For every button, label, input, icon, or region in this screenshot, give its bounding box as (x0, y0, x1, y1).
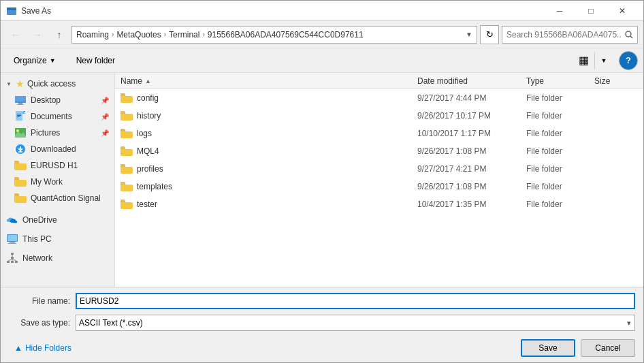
hide-folders-row[interactable]: ▲ Hide Folders (9, 342, 77, 354)
sidebar-item-desktop[interactable]: Desktop 📌 (1, 92, 114, 108)
file-name-text: tester (137, 200, 157, 209)
folder-icon (120, 111, 133, 121)
svg-rect-24 (8, 243, 16, 244)
back-button[interactable]: ← (6, 25, 25, 44)
sidebar-item-onedrive[interactable]: OneDrive (1, 212, 114, 228)
new-folder-label: New folder (76, 56, 115, 65)
path-arrow-1: › (112, 31, 114, 38)
downloaded-icon (14, 143, 27, 155)
sidebar-item-downloaded[interactable]: Downloaded (1, 141, 114, 157)
svg-point-15 (16, 129, 19, 132)
file-name-text: logs (137, 129, 152, 138)
file-date-cell: 9/27/2017 4:44 PM (412, 93, 521, 103)
file-name-text: templates (137, 182, 172, 191)
forward-button[interactable]: → (28, 25, 47, 44)
file-name-cell: config (115, 93, 412, 103)
svg-point-2 (626, 31, 631, 37)
save-as-dialog: Save As ─ □ ✕ ← → ↑ Roaming › MetaQuotes… (0, 0, 644, 363)
table-row[interactable]: templates 9/26/2017 1:08 PM File folder (115, 178, 643, 195)
up-button[interactable]: ↑ (50, 25, 69, 44)
view-toggle-button[interactable]: ▦ (574, 52, 593, 69)
sidebar-quickaccess-header[interactable]: ▼ ★ Quick access (1, 76, 114, 92)
table-row[interactable]: MQL4 9/26/2017 1:08 PM File folder (115, 142, 643, 160)
col-size-label: Size (594, 76, 610, 86)
filename-input[interactable] (76, 293, 635, 309)
search-input[interactable] (506, 30, 622, 40)
refresh-button[interactable]: ↻ (480, 25, 499, 44)
svg-rect-28 (11, 261, 14, 263)
search-box (502, 26, 638, 44)
action-row: ▲ Hide Folders Save Cancel (9, 336, 635, 357)
downloaded-label: Downloaded (31, 144, 76, 154)
svg-rect-11 (17, 115, 21, 116)
svg-rect-27 (7, 261, 10, 263)
file-name-cell: templates (115, 182, 412, 191)
file-name-text: config (137, 93, 159, 103)
file-date-cell: 9/27/2017 4:21 PM (412, 164, 521, 174)
col-type-label: Type (526, 76, 544, 86)
sidebar-item-documents[interactable]: Documents 📌 (1, 108, 114, 125)
col-name-header[interactable]: Name ▲ (115, 76, 412, 86)
sidebar-item-network[interactable]: Network (1, 250, 114, 266)
save-button[interactable]: Save (521, 339, 575, 357)
pin-desktop-icon: 📌 (101, 97, 109, 104)
file-rows-container: config 9/27/2017 4:44 PM File folder his… (115, 89, 643, 213)
table-row[interactable]: profiles 9/27/2017 4:21 PM File folder (115, 160, 643, 178)
address-bar: ← → ↑ Roaming › MetaQuotes › Terminal › … (1, 21, 643, 48)
pictures-icon (14, 127, 27, 139)
title-bar: Save As ─ □ ✕ (1, 1, 643, 21)
file-name-cell: profiles (115, 164, 412, 174)
view-dropdown-button[interactable]: ▼ (594, 52, 613, 69)
sidebar-item-quantaction[interactable]: QuantAction Signal (1, 190, 114, 206)
svg-rect-23 (10, 242, 15, 243)
path-metaquotes: MetaQuotes (116, 30, 161, 40)
path-arrow-3: › (202, 31, 204, 38)
pictures-label: Pictures (31, 128, 60, 138)
path-dropdown-icon: ▼ (466, 31, 472, 38)
svg-rect-22 (7, 235, 17, 241)
sidebar: ▼ ★ Quick access Desktop 📌 Documents 📌 (1, 73, 115, 287)
folder-icon (120, 129, 133, 138)
svg-rect-10 (17, 114, 21, 114)
savetype-select[interactable]: ASCII Text (*.csv) CSV Files (*.csv) All… (76, 315, 635, 331)
file-date-cell: 10/10/2017 1:17 PM (412, 129, 521, 138)
mywork-label: My Work (31, 177, 63, 187)
sidebar-item-thispc[interactable]: This PC (1, 231, 114, 247)
table-row[interactable]: config 9/27/2017 4:44 PM File folder (115, 89, 643, 107)
svg-rect-5 (15, 96, 26, 101)
cancel-button[interactable]: Cancel (581, 339, 635, 357)
file-type-cell: File folder (521, 93, 589, 103)
sidebar-item-mywork[interactable]: My Work (1, 174, 114, 190)
help-button[interactable]: ? (619, 51, 638, 70)
svg-rect-29 (15, 261, 18, 263)
col-size-header[interactable]: Size (589, 76, 643, 86)
file-name-text: profiles (137, 164, 163, 174)
organize-button[interactable]: Organize ▼ (6, 52, 63, 69)
svg-rect-25 (11, 253, 14, 255)
desktop-icon (14, 94, 27, 106)
view-controls: ▦ ▼ (574, 52, 613, 69)
file-date-cell: 10/4/2017 1:35 PM (412, 200, 521, 209)
maximize-button[interactable]: □ (575, 1, 607, 21)
address-path[interactable]: Roaming › MetaQuotes › Terminal › 915566… (71, 26, 477, 44)
minimize-button[interactable]: ─ (544, 1, 575, 21)
table-row[interactable]: tester 10/4/2017 1:35 PM File folder (115, 195, 643, 213)
filename-row: File name: (9, 293, 635, 309)
col-date-header[interactable]: Date modified (412, 76, 521, 86)
path-roaming: Roaming (76, 30, 109, 40)
new-folder-button[interactable]: New folder (69, 52, 123, 69)
pin-documents-icon: 📌 (101, 113, 109, 121)
quantaction-label: QuantAction Signal (31, 193, 101, 203)
close-button[interactable]: ✕ (607, 1, 638, 21)
filename-label: File name: (9, 296, 70, 306)
col-type-header[interactable]: Type (521, 76, 589, 86)
table-row[interactable]: logs 10/10/2017 1:17 PM File folder (115, 125, 643, 142)
table-row[interactable]: history 9/26/2017 10:17 PM File folder (115, 107, 643, 125)
path-id: 915566BA06ADA407569C544CC0D97611 (208, 30, 364, 40)
folder-icon (120, 164, 133, 174)
sidebar-item-eurusd[interactable]: EURUSD H1 (1, 157, 114, 174)
col-name-label: Name (120, 76, 142, 86)
title-bar-controls: ─ □ ✕ (544, 1, 638, 21)
documents-icon (14, 110, 27, 123)
sidebar-item-pictures[interactable]: Pictures 📌 (1, 125, 114, 141)
